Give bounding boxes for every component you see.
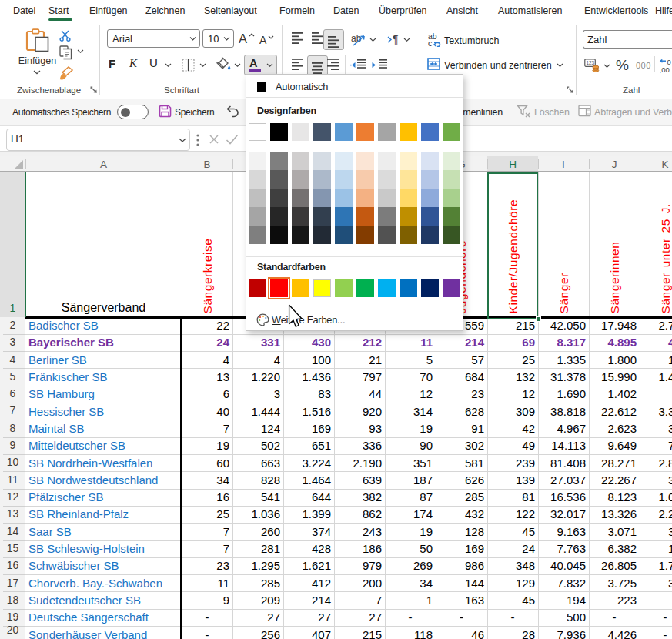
svg-text:,00: ,00 bbox=[660, 65, 670, 73]
svg-text:123: 123 bbox=[586, 60, 594, 65]
svg-text:0: 0 bbox=[667, 58, 671, 66]
svg-text:c: c bbox=[428, 38, 432, 47]
